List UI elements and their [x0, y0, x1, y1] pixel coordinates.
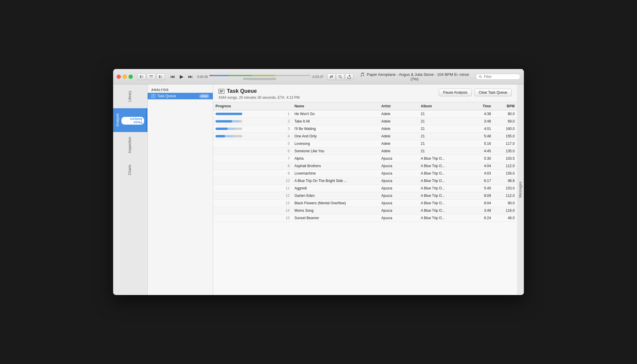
- song-bpm: 90.0: [493, 200, 517, 207]
- song-album: A Blue Trip O...: [418, 207, 469, 214]
- share-button[interactable]: [345, 73, 353, 80]
- song-bpm: 117.0: [493, 140, 517, 148]
- progress-cell: [213, 140, 276, 148]
- messages-tab[interactable]: Messages: [517, 84, 524, 295]
- song-bpm: 46.0: [493, 214, 517, 222]
- song-name: Black Flowers (Mental Overflow): [292, 200, 379, 207]
- sidebar-tab-charts[interactable]: Charts: [113, 158, 147, 182]
- table-row[interactable]: 13 Black Flowers (Mental Overflow) Ajuuc…: [213, 200, 517, 207]
- song-bpm: 156.0: [493, 170, 517, 177]
- song-name: Someone Like You: [292, 148, 379, 155]
- main-layout: Library Pause Analysis Analysis Inspecti…: [113, 84, 524, 295]
- col-header-num: [276, 102, 292, 110]
- song-artist: Adele: [379, 118, 419, 125]
- table-row[interactable]: 5 Lovesong Adele 21 5:16 117.0: [213, 140, 517, 148]
- song-name: I'll Be Waiting: [292, 125, 379, 133]
- song-artist: Ajuuca: [379, 170, 419, 177]
- svg-rect-6: [161, 75, 163, 78]
- col-header-time: Time: [470, 102, 494, 110]
- song-artist: Ajuuca: [379, 162, 419, 170]
- progress-cell: [213, 192, 276, 200]
- song-number: 2: [276, 118, 292, 125]
- song-time: 4:03: [470, 170, 494, 177]
- song-artist: Ajuuca: [379, 207, 419, 214]
- song-number: 12: [276, 192, 292, 200]
- zoom-button[interactable]: [336, 73, 344, 80]
- task-queue-badge: 4344: [199, 94, 209, 98]
- fast-forward-button[interactable]: ⏭: [186, 73, 195, 80]
- col-header-name: Name: [292, 102, 379, 110]
- table-row[interactable]: 15 Sunset Beamer Ajuuca A Blue Trip O...…: [213, 214, 517, 222]
- song-bpm: 112.0: [493, 162, 517, 170]
- song-album: 21: [418, 125, 469, 133]
- maximize-button[interactable]: [129, 75, 133, 79]
- progress-cell: [213, 185, 276, 192]
- progress-cell: [213, 162, 276, 170]
- song-name: Lovemachine: [292, 170, 379, 177]
- song-name: One And Only: [292, 133, 379, 140]
- song-name: Sunset Beamer: [292, 214, 379, 222]
- song-number: 7: [276, 155, 292, 162]
- section-header: ANALYSIS: [148, 87, 213, 93]
- table-row[interactable]: 4 One And Only Adele 21 5:48 155.0: [213, 133, 517, 140]
- table-row[interactable]: 8 Asphalt Brothers Ajuuca A Blue Trip O.…: [213, 162, 517, 170]
- song-number: 3: [276, 125, 292, 133]
- svg-point-7: [339, 75, 341, 78]
- song-time: 5:30: [470, 155, 494, 162]
- song-tbody: 1 He Won't Go Adele 21 4:38 80.0 2 Take …: [213, 110, 517, 222]
- split-view-button[interactable]: [157, 73, 165, 80]
- song-artist: Ajuuca: [379, 185, 419, 192]
- close-button[interactable]: [117, 75, 121, 79]
- sidebar-tab-analysis[interactable]: Pause Analysis Analysis: [113, 108, 147, 132]
- table-header-row: Progress Name Artist Album Time BPM: [213, 102, 517, 110]
- table-row[interactable]: 11 Aggredi Ajuuca A Blue Trip O... 5:40 …: [213, 185, 517, 192]
- song-artist: Adele: [379, 148, 419, 155]
- view-toggle-button[interactable]: [147, 73, 155, 80]
- song-name: Take It All: [292, 118, 379, 125]
- task-queue-item[interactable]: Task Queue 4344: [148, 93, 213, 99]
- minimize-button[interactable]: [123, 75, 127, 79]
- table-row[interactable]: 6 Someone Like You Adele 21 4:45 135.0: [213, 148, 517, 155]
- table-row[interactable]: 10 A Blue Trip On The Bright Side ... Aj…: [213, 177, 517, 185]
- song-name: Aggredi: [292, 185, 379, 192]
- queue-icon: [218, 89, 224, 94]
- pause-analysis-button[interactable]: Pause Analysis: [439, 89, 472, 96]
- song-bpm: 153.0: [493, 185, 517, 192]
- song-name: A Blue Trip On The Bright Side ...: [292, 177, 379, 185]
- play-button[interactable]: ▶: [178, 73, 185, 80]
- svg-line-11: [481, 77, 482, 78]
- view-buttons: [138, 73, 165, 80]
- song-artist: Adele: [379, 140, 419, 148]
- rewind-button[interactable]: ⏮: [168, 73, 177, 80]
- song-table-container[interactable]: Progress Name Artist Album Time BPM: [213, 102, 517, 295]
- table-row[interactable]: 3 I'll Be Waiting Adele 21 4:01 160.0: [213, 125, 517, 133]
- toolbar-icons: ⇄: [327, 73, 353, 80]
- filter-input[interactable]: [484, 75, 517, 79]
- song-number: 9: [276, 170, 292, 177]
- table-row[interactable]: 14 Moms Song Ajuuca A Blue Trip O... 3:4…: [213, 207, 517, 214]
- song-album: 21: [418, 110, 469, 118]
- table-row[interactable]: 9 Lovemachine Ajuuca A Blue Trip O... 4:…: [213, 170, 517, 177]
- song-album: A Blue Trip O...: [418, 170, 469, 177]
- song-album: A Blue Trip O...: [418, 155, 469, 162]
- song-number: 5: [276, 140, 292, 148]
- song-number: 6: [276, 148, 292, 155]
- sidebar-toggle-button[interactable]: [138, 73, 146, 80]
- table-row[interactable]: 7 Alpha Ajuuca A Blue Trip O... 5:30 103…: [213, 155, 517, 162]
- song-bpm: 112.0: [493, 192, 517, 200]
- table-row[interactable]: 1 He Won't Go Adele 21 4:38 80.0: [213, 110, 517, 118]
- table-row[interactable]: 12 Garten Eden Ajuuca A Blue Trip O... 8…: [213, 192, 517, 200]
- sidebar-tab-library[interactable]: Library: [113, 84, 147, 108]
- song-album: A Blue Trip O...: [418, 200, 469, 207]
- table-row[interactable]: 2 Take It All Adele 21 3:48 69.0: [213, 118, 517, 125]
- task-queue-icon: [151, 94, 155, 98]
- task-queue-title: Task Queue: [218, 88, 300, 94]
- filter-box[interactable]: [476, 74, 520, 80]
- loop-button[interactable]: ⇄: [327, 73, 335, 80]
- header-info: Task Queue 4344 songs, 20 minutes 30 sec…: [218, 88, 300, 100]
- progress-track[interactable]: [209, 73, 310, 78]
- sidebar-tab-inspection[interactable]: Inspection: [113, 132, 147, 158]
- song-name: Garten Eden: [292, 192, 379, 200]
- clear-task-queue-button[interactable]: Clear Task Queue: [474, 89, 512, 96]
- song-time: 6:24: [470, 214, 494, 222]
